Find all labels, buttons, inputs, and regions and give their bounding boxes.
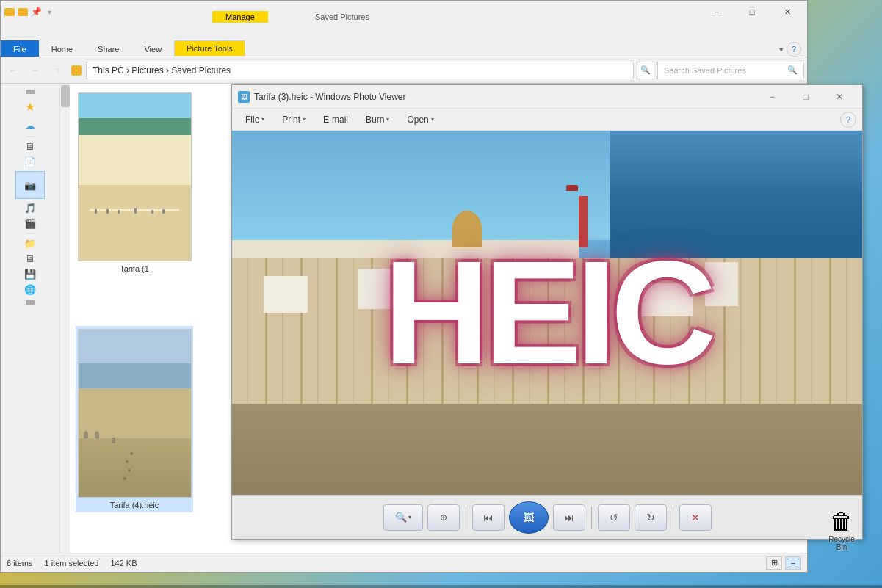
pin-qa-icon[interactable]: 📌	[30, 6, 42, 18]
explorer-maximize-button[interactable]: □	[735, 1, 769, 23]
controls-separator-1	[466, 507, 466, 529]
pv-menu-print[interactable]: Print ▾	[275, 112, 313, 128]
pv-menu-open[interactable]: Open ▾	[400, 112, 441, 128]
open-menu-arrow: ▾	[431, 116, 434, 123]
sidebar-item-desktop[interactable]: 🖥	[1, 141, 59, 152]
status-bar: 6 items 1 item selected 142 KB ⊞ ≡	[1, 553, 807, 572]
items-count: 6 items	[7, 559, 32, 567]
fit-icon: ⊕	[440, 512, 447, 523]
selected-size: 142 KB	[110, 559, 137, 567]
title-bar-top: 📌 ▾ − □ ✕	[1, 1, 807, 23]
sidebar-scroll-up[interactable]	[26, 90, 35, 94]
pv-menu-email[interactable]: E-mail	[316, 112, 355, 128]
delete-icon: ✕	[691, 512, 700, 523]
recycle-bin-label: Recycle Bin	[823, 535, 860, 551]
pv-minimize-button[interactable]: −	[755, 85, 789, 109]
sidebar-item-star[interactable]: ★	[1, 100, 59, 114]
pv-controls: 🔍 ▾ ⊕ ⏮ 🖼 ⏭ ↺ ↻	[232, 495, 862, 539]
pv-maximize-button[interactable]: □	[789, 85, 823, 109]
sidebar-divider-2	[26, 233, 35, 234]
pv-help-button[interactable]: ?	[840, 112, 856, 128]
rotate-ccw-icon: ↺	[610, 512, 618, 523]
quick-access-dropdown[interactable]: ▾	[43, 6, 55, 18]
forward-button[interactable]: →	[26, 61, 45, 80]
sidebar-scroll-down[interactable]	[26, 300, 35, 305]
quick-access-icons: 📌 ▾	[4, 6, 55, 18]
tab-picture-tools[interactable]: Picture Tools	[174, 40, 245, 57]
view-slideshow-button[interactable]: 🖼	[509, 501, 549, 534]
rotate-cw-button[interactable]: ↻	[635, 504, 667, 531]
file-menu-arrow: ▾	[261, 116, 264, 123]
sidebar-item-docs[interactable]: 📄	[1, 156, 59, 167]
sidebar-item-pc[interactable]: 🖥	[1, 253, 59, 264]
rotate-ccw-button[interactable]: ↺	[598, 504, 630, 531]
taskbar-hint	[0, 585, 882, 588]
search-icon-btn[interactable]: 🔍	[637, 62, 654, 79]
view-toggle-buttons: ⊞ ≡	[766, 556, 801, 570]
ribbon-tabs: File Home Share View Picture Tools ▾ ?	[1, 37, 807, 57]
sidebar-item-videos[interactable]: 🎬	[1, 218, 59, 229]
pv-menu-burn[interactable]: Burn ▾	[358, 112, 397, 128]
pv-title-bar: 🖼 Tarifa (3).heic - Windows Photo Viewer…	[232, 85, 862, 109]
manage-tab-label[interactable]: Manage	[212, 11, 268, 23]
address-bar: ← → ↑ This PC › Pictures › Saved Picture…	[1, 57, 807, 84]
burn-menu-arrow: ▾	[386, 116, 389, 123]
sidebar-item-pictures-selected[interactable]: 📷	[15, 171, 45, 199]
folder-qa-icon-1[interactable]	[4, 6, 15, 18]
zoom-button[interactable]: 🔍 ▾	[383, 504, 423, 531]
zoom-icon: 🔍	[395, 512, 407, 523]
print-menu-arrow: ▾	[303, 116, 306, 123]
saved-pictures-label: Saved Pictures	[309, 11, 375, 23]
pv-menu-file[interactable]: File ▾	[238, 112, 272, 128]
file-thumbnail-beach	[78, 92, 192, 261]
photo-viewer-window: 🖼 Tarifa (3).heic - Windows Photo Viewer…	[231, 84, 863, 540]
sidebar-item-network[interactable]: 🌐	[1, 284, 59, 295]
prev-icon: ⏮	[483, 512, 494, 523]
sidebar: ★ ☁ 🖥 📄 📷 🎵 🎬 📁 🖥 💾 🌐	[1, 84, 59, 553]
explorer-window-controls: − □ ✕	[700, 1, 804, 23]
file-item-tarifa4[interactable]: Tarifa (4).heic	[76, 326, 193, 512]
recycle-bin[interactable]: 🗑 Recycle Bin	[823, 507, 860, 551]
city-background	[232, 131, 862, 495]
collapse-ribbon-btn[interactable]: ▾	[779, 45, 784, 54]
sidebar-item-music[interactable]: 🎵	[1, 203, 59, 214]
up-button[interactable]: ↑	[48, 61, 67, 80]
file-item-tarifa1[interactable]: Tarifa (1	[76, 90, 193, 276]
folder-address-icon	[71, 65, 82, 76]
search-icon: 🔍	[787, 65, 798, 75]
previous-button[interactable]: ⏮	[472, 504, 505, 531]
address-path[interactable]: This PC › Pictures › Saved Pictures	[86, 62, 634, 79]
explorer-minimize-button[interactable]: −	[700, 1, 734, 23]
recycle-bin-icon: 🗑	[830, 508, 853, 535]
folder-qa-icon-2[interactable]	[17, 6, 29, 18]
file-label-tarifa1: Tarifa (1	[120, 264, 149, 273]
pv-app-icon: 🖼	[238, 91, 250, 103]
pv-close-button[interactable]: ✕	[823, 85, 856, 109]
help-button[interactable]: ?	[787, 42, 801, 57]
pv-title-text: Tarifa (3).heic - Windows Photo Viewer	[254, 92, 755, 102]
controls-separator-2	[591, 507, 592, 529]
controls-separator-3	[673, 507, 673, 529]
tab-file[interactable]: File	[1, 40, 39, 57]
file-thumbnail-sand-beach	[78, 329, 192, 498]
delete-button[interactable]: ✕	[679, 504, 712, 531]
sidebar-scrollbar-thumb[interactable]	[61, 85, 70, 107]
sidebar-scrollbar[interactable]	[59, 84, 70, 553]
explorer-close-button[interactable]: ✕	[770, 1, 804, 23]
fit-to-window-button[interactable]: ⊕	[427, 504, 460, 531]
tab-share[interactable]: Share	[85, 40, 131, 57]
tab-view[interactable]: View	[131, 40, 174, 57]
search-placeholder: Search Saved Pictures	[664, 66, 746, 75]
back-button[interactable]: ←	[4, 61, 23, 80]
rotate-cw-icon: ↻	[646, 512, 655, 523]
large-icons-view-btn[interactable]: ⊞	[766, 556, 782, 570]
next-button[interactable]: ⏭	[553, 504, 585, 531]
search-box[interactable]: Search Saved Pictures 🔍	[657, 62, 804, 79]
pv-display: HEIC	[232, 131, 862, 495]
sidebar-item-drive[interactable]: 💾	[1, 269, 59, 280]
details-view-btn[interactable]: ≡	[785, 556, 801, 570]
sidebar-item-folder[interactable]: 📁	[1, 238, 59, 249]
sidebar-item-cloud[interactable]: ☁	[1, 120, 59, 131]
tab-home[interactable]: Home	[39, 40, 85, 57]
sidebar-divider-1	[26, 136, 35, 137]
